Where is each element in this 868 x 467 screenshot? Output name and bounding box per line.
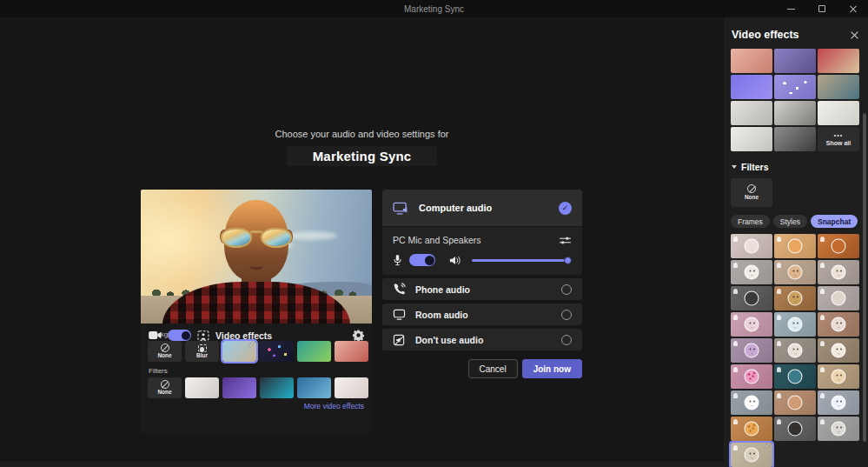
room-audio-icon bbox=[393, 309, 406, 320]
filter-preview-circle bbox=[745, 422, 759, 437]
effects-filters-header[interactable]: Filters bbox=[724, 151, 868, 174]
snapchat-ghost-icon bbox=[820, 237, 825, 242]
snapchat-ghost-icon bbox=[777, 263, 781, 268]
background-tile-5[interactable] bbox=[335, 341, 368, 362]
effects-background-thumb-9[interactable] bbox=[818, 101, 859, 125]
tile-label: None bbox=[157, 353, 171, 359]
effects-background-thumb-7[interactable] bbox=[731, 101, 772, 125]
phone-audio-radio[interactable] bbox=[561, 284, 572, 295]
filter-preview-circle bbox=[745, 370, 759, 384]
panel-scrollbar[interactable] bbox=[863, 113, 866, 442]
snapchat-filter-tile-24[interactable] bbox=[818, 417, 859, 441]
volume-slider[interactable] bbox=[472, 255, 572, 265]
device-settings-icon[interactable] bbox=[559, 236, 572, 245]
effects-backgrounds-grid: •••Show all bbox=[724, 49, 868, 151]
effects-background-thumb-11[interactable] bbox=[774, 127, 816, 151]
no-audio-radio[interactable] bbox=[561, 335, 572, 345]
minimize-icon[interactable] bbox=[785, 3, 797, 15]
effects-background-thumb-4[interactable] bbox=[731, 75, 772, 99]
no-audio-option[interactable]: Don't use audio bbox=[382, 329, 582, 350]
background-tile-4[interactable] bbox=[297, 341, 331, 362]
snapchat-filters-grid: ✓ bbox=[724, 234, 868, 467]
video-effects-panel: Video effects •••Show all Filters None F… bbox=[724, 17, 868, 467]
audio-settings-column: Computer audio ✓ PC Mic and Speakers bbox=[382, 190, 582, 378]
computer-audio-option[interactable]: Computer audio ✓ bbox=[382, 190, 582, 226]
more-video-effects-link[interactable]: More video effects bbox=[141, 398, 372, 410]
room-audio-option[interactable]: Room audio bbox=[382, 304, 582, 325]
join-now-button[interactable]: Join now bbox=[522, 359, 582, 378]
snapchat-filter-tile-1[interactable] bbox=[731, 234, 772, 258]
snapchat-filter-tile-16[interactable] bbox=[731, 364, 772, 389]
effects-background-thumb-2[interactable] bbox=[774, 49, 816, 73]
snapchat-filter-tile-22[interactable] bbox=[731, 417, 772, 441]
snapchat-filter-tile-7[interactable] bbox=[731, 286, 772, 310]
snapchat-filter-tile-2[interactable] bbox=[774, 234, 816, 258]
filter-tile-1[interactable] bbox=[185, 377, 219, 398]
snapchat-filter-tile-13[interactable] bbox=[731, 338, 772, 363]
mic-toggle[interactable] bbox=[409, 254, 435, 266]
snapchat-ghost-icon bbox=[733, 289, 738, 294]
effects-background-thumb-8[interactable] bbox=[774, 101, 816, 125]
filter-preview-circle bbox=[832, 396, 846, 410]
filter-tile-5[interactable] bbox=[335, 377, 368, 398]
filter-preview-circle bbox=[745, 317, 759, 332]
filter-tile-2[interactable] bbox=[222, 377, 256, 398]
tab-frames[interactable]: Frames bbox=[731, 215, 770, 228]
computer-audio-selected-check: ✓ bbox=[559, 202, 572, 215]
effects-background-thumb-5[interactable] bbox=[774, 75, 816, 99]
snapchat-filter-tile-23[interactable] bbox=[774, 417, 816, 441]
filter-none-tile[interactable]: None bbox=[731, 178, 772, 207]
settings-gear-icon[interactable] bbox=[353, 330, 364, 341]
filter-preview-circle bbox=[788, 265, 803, 280]
snapchat-ghost-icon bbox=[777, 237, 781, 242]
snapchat-filter-tile-8[interactable] bbox=[774, 286, 816, 310]
snapchat-filter-tile-6[interactable] bbox=[818, 260, 859, 284]
selected-check-icon: ✓ bbox=[765, 442, 771, 450]
background-tile-3[interactable] bbox=[260, 341, 294, 362]
filter-tile-4[interactable] bbox=[297, 377, 331, 398]
snapchat-filter-tile-18[interactable] bbox=[818, 364, 859, 389]
tab-styles[interactable]: Styles bbox=[773, 215, 807, 228]
effects-background-thumb-10[interactable] bbox=[731, 127, 772, 151]
effects-background-thumb-3[interactable] bbox=[818, 49, 859, 73]
snapchat-filter-tile-17[interactable] bbox=[774, 364, 816, 389]
snapchat-ghost-icon bbox=[733, 445, 738, 450]
show-all-label: Show all bbox=[826, 140, 851, 146]
snapchat-filter-tile-19[interactable] bbox=[731, 390, 772, 415]
background-tile-2[interactable]: ✓ bbox=[222, 341, 256, 362]
filter-tile-3[interactable] bbox=[260, 377, 294, 398]
show-all-button[interactable]: •••Show all bbox=[818, 127, 859, 151]
snapchat-filter-tile-10[interactable] bbox=[731, 312, 772, 337]
snapchat-filter-tile-11[interactable] bbox=[774, 312, 816, 337]
room-audio-radio[interactable] bbox=[561, 310, 572, 320]
close-window-icon[interactable] bbox=[847, 3, 859, 15]
snapchat-filter-tile-12[interactable] bbox=[818, 312, 859, 337]
snapchat-filter-tile-4[interactable] bbox=[731, 260, 772, 284]
camera-toggle[interactable] bbox=[168, 330, 191, 341]
effects-background-thumb-1[interactable] bbox=[731, 49, 772, 73]
snapchat-filter-tile-9[interactable] bbox=[818, 286, 859, 310]
window-bottom-edge bbox=[0, 462, 724, 467]
background-tile-blur[interactable]: Blur bbox=[185, 341, 219, 362]
snapchat-filter-tile-20[interactable] bbox=[774, 390, 816, 415]
snapchat-filter-tile-21[interactable] bbox=[818, 390, 859, 415]
camera-icon bbox=[149, 330, 162, 340]
snapchat-filter-tile-14[interactable] bbox=[774, 338, 816, 363]
snapchat-filter-tile-5[interactable] bbox=[774, 260, 816, 284]
no-audio-icon bbox=[393, 334, 406, 346]
maximize-icon[interactable] bbox=[816, 3, 828, 15]
phone-audio-icon bbox=[393, 283, 406, 296]
background-tile-none[interactable]: None bbox=[148, 341, 182, 362]
computer-audio-label: Computer audio bbox=[419, 203, 492, 213]
audio-device-name: PC Mic and Speakers bbox=[393, 235, 481, 245]
close-panel-icon[interactable] bbox=[850, 30, 859, 40]
cancel-button[interactable]: Cancel bbox=[468, 359, 518, 378]
phone-audio-option[interactable]: Phone audio bbox=[382, 278, 582, 300]
effects-background-thumb-6[interactable] bbox=[818, 75, 859, 99]
snapchat-filter-tile-3[interactable] bbox=[818, 234, 859, 258]
snapchat-filter-tile-15[interactable] bbox=[818, 338, 859, 363]
tab-snapchat[interactable]: Snapchat bbox=[811, 215, 858, 228]
filter-preview-circle bbox=[788, 317, 803, 332]
snapchat-filter-tile-25[interactable]: ✓ bbox=[731, 443, 772, 467]
filter-tile-none[interactable]: None bbox=[148, 377, 182, 398]
